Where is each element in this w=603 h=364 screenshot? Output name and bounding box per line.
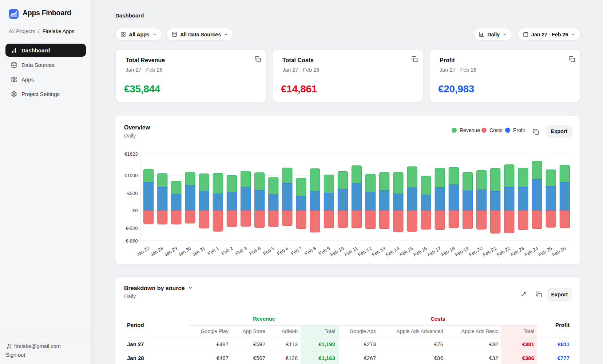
svg-text:Jan 28: Jan 28: [149, 245, 164, 257]
svg-text:Feb 9: Feb 9: [318, 245, 331, 256]
svg-text:Feb 21: Feb 21: [482, 245, 497, 257]
svg-text:€1623: €1623: [124, 151, 138, 157]
svg-text:Jan 30: Jan 30: [177, 245, 192, 257]
svg-text:Feb 10: Feb 10: [329, 245, 345, 257]
svg-text:Feb 11: Feb 11: [344, 245, 359, 257]
svg-text:Feb 15: Feb 15: [398, 245, 414, 257]
svg-text:Feb 17: Feb 17: [427, 245, 442, 257]
svg-text:Feb 23: Feb 23: [509, 245, 525, 257]
svg-text:Jan 29: Jan 29: [163, 245, 178, 257]
svg-text:Feb 24: Feb 24: [524, 245, 539, 257]
svg-text:€-860: €-860: [126, 238, 138, 244]
svg-text:€1000: €1000: [124, 173, 138, 178]
svg-text:Feb 2: Feb 2: [221, 245, 234, 256]
svg-text:€0: €0: [132, 208, 138, 213]
svg-text:€500: €500: [127, 191, 138, 196]
svg-text:Feb 12: Feb 12: [357, 245, 373, 257]
svg-text:Feb 4: Feb 4: [248, 245, 261, 256]
svg-text:Feb 13: Feb 13: [371, 245, 386, 257]
svg-text:Feb 5: Feb 5: [262, 245, 275, 256]
svg-text:Feb 19: Feb 19: [454, 245, 470, 257]
svg-text:Feb 14: Feb 14: [385, 245, 400, 257]
svg-text:Jan 31: Jan 31: [191, 245, 206, 257]
svg-text:Feb 16: Feb 16: [413, 245, 428, 257]
svg-text:Feb 20: Feb 20: [468, 245, 484, 257]
svg-text:Feb 7: Feb 7: [290, 245, 303, 256]
svg-text:Feb 8: Feb 8: [304, 245, 317, 256]
svg-text:Feb 18: Feb 18: [440, 245, 456, 257]
svg-text:Feb 25: Feb 25: [537, 245, 553, 257]
svg-text:Jan 27: Jan 27: [135, 245, 150, 257]
svg-text:Feb 6: Feb 6: [276, 245, 289, 256]
svg-text:Feb 1: Feb 1: [207, 245, 220, 256]
svg-text:Feb 22: Feb 22: [496, 245, 511, 257]
svg-text:Feb 26: Feb 26: [551, 245, 567, 257]
svg-text:€-500: €-500: [126, 225, 138, 231]
svg-text:Feb 3: Feb 3: [234, 245, 247, 256]
